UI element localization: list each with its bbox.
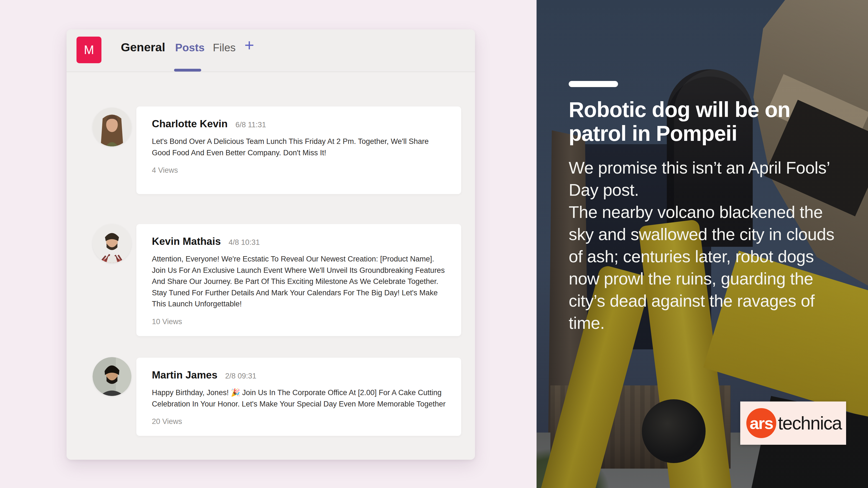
avatar-charlotte-kevin[interactable] [93, 108, 131, 146]
article-deck: We promise this isn’t an April Fools’ Da… [569, 157, 851, 334]
avatar-charlotte-kevin-image [93, 108, 131, 146]
post-kevin-mathais[interactable]: Kevin Mathais 4/8 10:31 Attention, Every… [136, 224, 461, 336]
post-message: Happy Birthday, Jones! 🎉 Join Us In The … [152, 387, 446, 409]
post-martin-james[interactable]: Martin James 2/8 09:31 Happy Birthday, J… [136, 358, 461, 436]
post-view-count: 20 Views [152, 417, 446, 426]
post-timestamp: 6/8 11:31 [235, 121, 266, 129]
ars-logo-circle: ars [746, 408, 776, 438]
post-view-count: 4 Views [152, 166, 446, 175]
tab-files[interactable]: Files [213, 41, 236, 54]
avatar-kevin-mathais-image [93, 224, 131, 263]
headline-kicker-bar [569, 81, 618, 87]
team-avatar[interactable]: M [76, 37, 101, 63]
post-charlotte-kevin[interactable]: Charlotte Kevin 6/8 11:31 Let's Bond Ove… [136, 106, 461, 194]
post-author: Kevin Mathais [152, 236, 221, 247]
post-author: Charlotte Kevin [152, 118, 227, 130]
teams-channel-window: M General Posts Files + Charlott [66, 29, 475, 460]
tab-posts[interactable]: Posts [175, 41, 205, 54]
news-article-panel: Robotic dog will be on patrol in Pompeii… [536, 0, 868, 488]
avatar-kevin-mathais[interactable] [93, 224, 131, 263]
avatar-martin-james-image [93, 357, 131, 396]
post-view-count: 10 Views [152, 317, 446, 326]
ars-technica-logo: ars technica [740, 401, 846, 445]
article-headline: Robotic dog will be on patrol in Pompeii [569, 98, 851, 145]
screen: M General Posts Files + Charlott [0, 0, 868, 488]
post-timestamp: 2/8 09:31 [225, 372, 257, 380]
add-tab-button[interactable]: + [244, 35, 254, 55]
avatar-martin-james[interactable] [93, 357, 131, 396]
post-author: Martin James [152, 369, 218, 381]
ars-logo-wordmark: technica [778, 413, 842, 434]
channel-header: M General Posts Files + [66, 29, 475, 72]
active-tab-indicator [174, 69, 201, 71]
post-timestamp: 4/8 10:31 [229, 238, 260, 247]
post-message: Let's Bond Over A Delicious Team Lunch T… [152, 136, 446, 158]
deck-line-2: The nearby volcano blackened the sky and… [569, 201, 846, 334]
deck-line-1: We promise this isn’t an April Fools’ Da… [569, 157, 846, 201]
channel-title: General [121, 40, 165, 54]
post-message: Attention, Everyone! We're Ecstatic To R… [152, 253, 446, 310]
